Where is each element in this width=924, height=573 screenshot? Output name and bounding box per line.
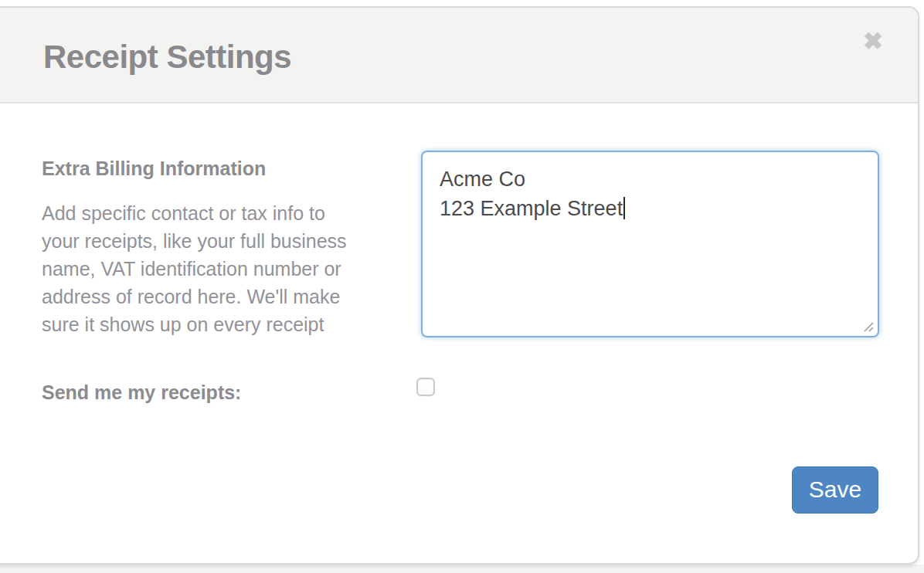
billing-info-textarea[interactable]: Acme Co123 Example Street bbox=[421, 151, 879, 337]
textarea-line-1: Acme Co bbox=[440, 168, 525, 191]
modal-title: Receipt Settings bbox=[43, 39, 291, 76]
extra-billing-information-label: Extra Billing Information bbox=[42, 158, 266, 180]
receipt-settings-modal: Receipt Settings ✖ Extra Billing Informa… bbox=[0, 6, 919, 565]
save-button[interactable]: Save bbox=[792, 466, 878, 514]
textarea-line-2: 123 Example Street bbox=[440, 197, 623, 220]
modal-header: Receipt Settings ✖ bbox=[0, 8, 918, 103]
page-background bbox=[0, 565, 924, 573]
close-icon[interactable]: ✖ bbox=[858, 26, 888, 57]
text-cursor bbox=[623, 197, 625, 219]
send-receipts-checkbox[interactable] bbox=[416, 378, 435, 396]
page: Receipt Settings ✖ Extra Billing Informa… bbox=[0, 0, 924, 573]
modal-body: Extra Billing Information Add specific c… bbox=[0, 105, 918, 563]
resize-handle-icon[interactable] bbox=[863, 321, 875, 333]
send-receipts-label: Send me my receipts: bbox=[42, 381, 241, 404]
billing-description-text: Add specific contact or tax info to your… bbox=[42, 199, 366, 338]
